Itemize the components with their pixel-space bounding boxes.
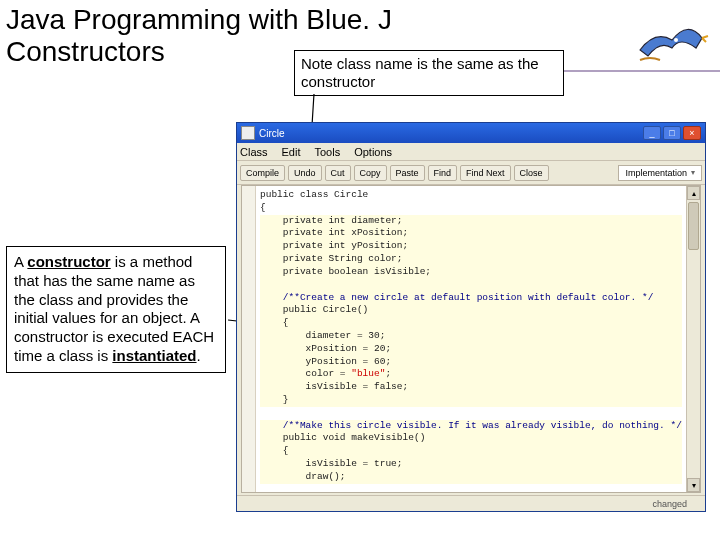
editor-window: Circle _ □ × Class Edit Tools Options Co… bbox=[236, 122, 706, 512]
code-area: public class Circle { private int diamet… bbox=[241, 185, 701, 493]
toolbar: Compile Undo Cut Copy Paste Find Find Ne… bbox=[237, 161, 705, 185]
copy-button[interactable]: Copy bbox=[354, 165, 387, 181]
paste-button[interactable]: Paste bbox=[390, 165, 425, 181]
cut-button[interactable]: Cut bbox=[325, 165, 351, 181]
scroll-thumb[interactable] bbox=[688, 202, 699, 250]
scroll-up-button[interactable]: ▴ bbox=[687, 186, 700, 200]
menu-bar: Class Edit Tools Options bbox=[237, 143, 705, 161]
window-title: Circle bbox=[259, 128, 285, 139]
titlebar[interactable]: Circle _ □ × bbox=[237, 123, 705, 143]
status-text: changed bbox=[652, 499, 687, 509]
app-icon bbox=[241, 126, 255, 140]
menu-class[interactable]: Class bbox=[240, 146, 268, 158]
find-next-button[interactable]: Find Next bbox=[460, 165, 511, 181]
breakpoint-gutter[interactable] bbox=[242, 186, 256, 492]
status-bar: changed bbox=[237, 495, 705, 511]
find-button[interactable]: Find bbox=[428, 165, 458, 181]
menu-edit[interactable]: Edit bbox=[282, 146, 301, 158]
vertical-scrollbar[interactable]: ▴ ▾ bbox=[686, 186, 700, 492]
view-mode-select[interactable]: Implementation ▾ bbox=[618, 165, 702, 181]
scroll-down-button[interactable]: ▾ bbox=[687, 478, 700, 492]
close-button[interactable]: × bbox=[683, 126, 701, 140]
menu-tools[interactable]: Tools bbox=[314, 146, 340, 158]
undo-button[interactable]: Undo bbox=[288, 165, 322, 181]
maximize-button[interactable]: □ bbox=[663, 126, 681, 140]
compile-button[interactable]: Compile bbox=[240, 165, 285, 181]
code-text[interactable]: public class Circle { private int diamet… bbox=[256, 186, 686, 492]
view-mode-label: Implementation bbox=[625, 168, 687, 178]
minimize-button[interactable]: _ bbox=[643, 126, 661, 140]
chevron-down-icon: ▾ bbox=[691, 168, 695, 177]
close-editor-button[interactable]: Close bbox=[514, 165, 549, 181]
menu-options[interactable]: Options bbox=[354, 146, 392, 158]
